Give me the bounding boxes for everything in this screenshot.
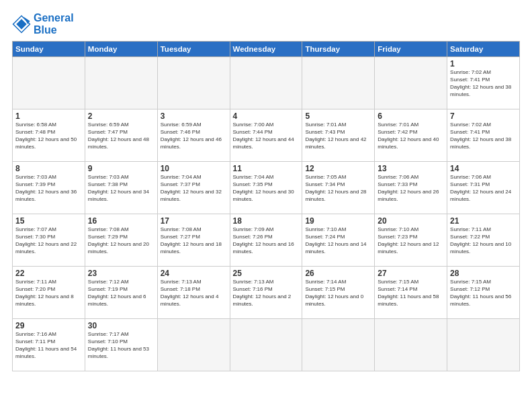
calendar-cell: 20Sunrise: 7:10 AMSunset: 7:23 PMDayligh… — [375, 214, 447, 267]
day-header: Monday — [85, 42, 157, 57]
day-number: 14 — [450, 164, 517, 173]
calendar-cell: 26Sunrise: 7:14 AMSunset: 7:15 PMDayligh… — [302, 267, 375, 319]
day-detail: Sunrise: 7:13 AMSunset: 7:18 PMDaylight:… — [161, 279, 227, 308]
day-detail: Sunrise: 7:03 AMSunset: 7:38 PMDaylight:… — [88, 174, 154, 203]
day-detail: Sunrise: 7:17 AMSunset: 7:10 PMDaylight:… — [88, 331, 154, 360]
calendar-cell — [447, 319, 520, 371]
calendar-cell: 18Sunrise: 7:09 AMSunset: 7:26 PMDayligh… — [230, 214, 302, 267]
calendar-week-row: 29Sunrise: 7:16 AMSunset: 7:11 PMDayligh… — [13, 319, 520, 371]
day-detail: Sunrise: 7:14 AMSunset: 7:15 PMDaylight:… — [305, 279, 371, 308]
day-detail: Sunrise: 7:05 AMSunset: 7:34 PMDaylight:… — [305, 174, 371, 203]
day-number: 25 — [233, 269, 300, 278]
calendar-cell: 13Sunrise: 7:06 AMSunset: 7:33 PMDayligh… — [375, 162, 447, 214]
day-number: 8 — [15, 164, 82, 173]
day-header: Thursday — [302, 42, 375, 57]
day-detail: Sunrise: 7:07 AMSunset: 7:30 PMDaylight:… — [15, 226, 82, 255]
day-number: 27 — [378, 269, 444, 278]
day-detail: Sunrise: 7:10 AMSunset: 7:24 PMDaylight:… — [305, 226, 371, 255]
calendar-cell: 16Sunrise: 7:08 AMSunset: 7:29 PMDayligh… — [85, 214, 157, 267]
logo-text: General Blue — [34, 12, 74, 36]
day-number: 17 — [161, 216, 227, 226]
calendar-cell: 19Sunrise: 7:10 AMSunset: 7:24 PMDayligh… — [302, 214, 375, 267]
day-number: 13 — [378, 164, 444, 173]
calendar-week-row: 15Sunrise: 7:07 AMSunset: 7:30 PMDayligh… — [13, 214, 520, 267]
calendar-cell: 17Sunrise: 7:08 AMSunset: 7:27 PMDayligh… — [157, 214, 230, 267]
calendar-cell: 22Sunrise: 7:11 AMSunset: 7:20 PMDayligh… — [13, 267, 85, 319]
day-detail: Sunrise: 7:02 AMSunset: 7:41 PMDaylight:… — [450, 69, 517, 98]
calendar-week-row: 1Sunrise: 6:58 AMSunset: 7:48 PMDaylight… — [13, 109, 520, 162]
day-header: Wednesday — [230, 42, 302, 57]
calendar-week-row: 22Sunrise: 7:11 AMSunset: 7:20 PMDayligh… — [13, 267, 520, 319]
calendar-cell: 7Sunrise: 7:02 AMSunset: 7:41 PMDaylight… — [447, 109, 520, 162]
calendar-cell: 29Sunrise: 7:16 AMSunset: 7:11 PMDayligh… — [13, 319, 85, 371]
calendar-cell — [302, 319, 375, 371]
day-number: 11 — [233, 164, 300, 173]
calendar-cell: 2Sunrise: 6:59 AMSunset: 7:47 PMDaylight… — [85, 109, 157, 162]
calendar-cell: 10Sunrise: 7:04 AMSunset: 7:37 PMDayligh… — [157, 162, 230, 214]
day-detail: Sunrise: 7:06 AMSunset: 7:31 PMDaylight:… — [450, 174, 517, 203]
day-number: 4 — [233, 111, 300, 121]
day-number: 1 — [15, 111, 82, 121]
day-number: 15 — [15, 216, 82, 226]
calendar-week-row: 1Sunrise: 7:02 AMSunset: 7:41 PMDaylight… — [13, 57, 520, 109]
day-detail: Sunrise: 7:02 AMSunset: 7:41 PMDaylight:… — [450, 122, 517, 150]
calendar-cell: 23Sunrise: 7:12 AMSunset: 7:19 PMDayligh… — [85, 267, 157, 319]
calendar-body: 1Sunrise: 7:02 AMSunset: 7:41 PMDaylight… — [13, 57, 520, 371]
day-detail: Sunrise: 7:13 AMSunset: 7:16 PMDaylight:… — [233, 279, 300, 308]
day-number: 2 — [88, 111, 154, 121]
calendar-cell: 14Sunrise: 7:06 AMSunset: 7:31 PMDayligh… — [447, 162, 520, 214]
day-number: 29 — [15, 321, 82, 330]
calendar-cell: 12Sunrise: 7:05 AMSunset: 7:34 PMDayligh… — [302, 162, 375, 214]
calendar-cell: 8Sunrise: 7:03 AMSunset: 7:39 PMDaylight… — [13, 162, 85, 214]
day-number: 6 — [378, 111, 444, 121]
day-number: 24 — [161, 269, 227, 278]
day-detail: Sunrise: 7:11 AMSunset: 7:20 PMDaylight:… — [15, 279, 82, 308]
day-number: 3 — [161, 111, 227, 121]
day-detail: Sunrise: 7:04 AMSunset: 7:35 PMDaylight:… — [233, 174, 300, 203]
day-number: 12 — [305, 164, 371, 173]
calendar-cell — [302, 57, 375, 109]
day-detail: Sunrise: 7:09 AMSunset: 7:26 PMDaylight:… — [233, 226, 300, 255]
calendar-cell: 21Sunrise: 7:11 AMSunset: 7:22 PMDayligh… — [447, 214, 520, 267]
calendar-cell — [157, 57, 230, 109]
day-number: 21 — [450, 216, 517, 226]
logo-icon — [12, 15, 31, 34]
calendar-cell — [157, 319, 230, 371]
calendar-cell: 3Sunrise: 6:59 AMSunset: 7:46 PMDaylight… — [157, 109, 230, 162]
day-detail: Sunrise: 6:59 AMSunset: 7:47 PMDaylight:… — [88, 122, 154, 150]
day-header: Saturday — [447, 42, 520, 57]
calendar-cell: 25Sunrise: 7:13 AMSunset: 7:16 PMDayligh… — [230, 267, 302, 319]
calendar-header-row: SundayMondayTuesdayWednesdayThursdayFrid… — [13, 42, 520, 57]
day-detail: Sunrise: 7:08 AMSunset: 7:27 PMDaylight:… — [161, 226, 227, 255]
day-detail: Sunrise: 7:12 AMSunset: 7:19 PMDaylight:… — [88, 279, 154, 308]
day-number: 23 — [88, 269, 154, 278]
day-detail: Sunrise: 7:03 AMSunset: 7:39 PMDaylight:… — [15, 174, 82, 203]
day-detail: Sunrise: 7:00 AMSunset: 7:44 PMDaylight:… — [233, 122, 300, 150]
calendar-cell — [375, 57, 447, 109]
day-number: 22 — [15, 269, 82, 278]
calendar-cell — [230, 57, 302, 109]
day-number: 5 — [305, 111, 371, 121]
calendar-cell: 1Sunrise: 6:58 AMSunset: 7:48 PMDaylight… — [13, 109, 85, 162]
logo: General Blue — [12, 12, 74, 36]
calendar-cell: 30Sunrise: 7:17 AMSunset: 7:10 PMDayligh… — [85, 319, 157, 371]
calendar-table: SundayMondayTuesdayWednesdayThursdayFrid… — [12, 41, 520, 371]
day-number: 1 — [450, 59, 517, 68]
day-detail: Sunrise: 7:11 AMSunset: 7:22 PMDaylight:… — [450, 226, 517, 255]
day-detail: Sunrise: 7:15 AMSunset: 7:12 PMDaylight:… — [450, 279, 517, 308]
day-detail: Sunrise: 7:16 AMSunset: 7:11 PMDaylight:… — [15, 331, 82, 360]
calendar-cell: 9Sunrise: 7:03 AMSunset: 7:38 PMDaylight… — [85, 162, 157, 214]
calendar-cell: 28Sunrise: 7:15 AMSunset: 7:12 PMDayligh… — [447, 267, 520, 319]
calendar-cell: 11Sunrise: 7:04 AMSunset: 7:35 PMDayligh… — [230, 162, 302, 214]
calendar-cell: 15Sunrise: 7:07 AMSunset: 7:30 PMDayligh… — [13, 214, 85, 267]
day-detail: Sunrise: 7:01 AMSunset: 7:43 PMDaylight:… — [305, 122, 371, 150]
calendar-cell: 5Sunrise: 7:01 AMSunset: 7:43 PMDaylight… — [302, 109, 375, 162]
calendar-cell — [375, 319, 447, 371]
page: General Blue SundayMondayTuesdayWednesda… — [0, 0, 532, 411]
calendar-cell: 4Sunrise: 7:00 AMSunset: 7:44 PMDaylight… — [230, 109, 302, 162]
day-detail: Sunrise: 7:10 AMSunset: 7:23 PMDaylight:… — [378, 226, 444, 255]
day-number: 26 — [305, 269, 371, 278]
calendar-cell: 27Sunrise: 7:15 AMSunset: 7:14 PMDayligh… — [375, 267, 447, 319]
day-detail: Sunrise: 7:06 AMSunset: 7:33 PMDaylight:… — [378, 174, 444, 203]
calendar-cell: 24Sunrise: 7:13 AMSunset: 7:18 PMDayligh… — [157, 267, 230, 319]
